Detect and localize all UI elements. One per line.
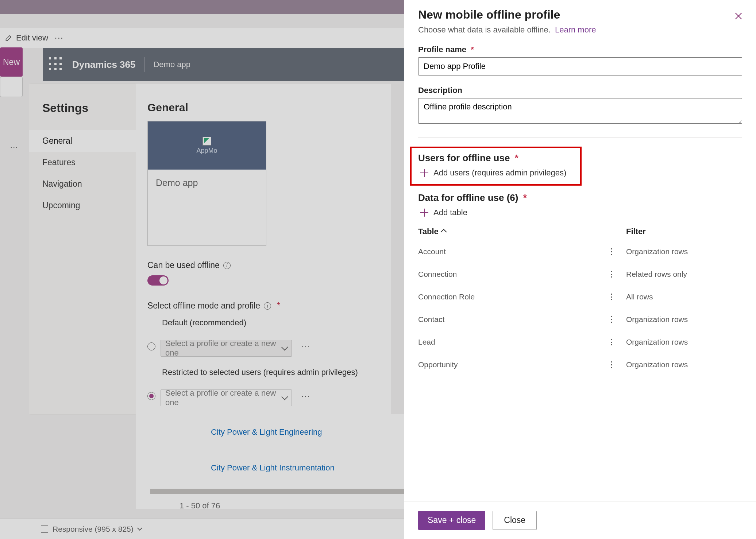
plus-icon — [420, 169, 428, 177]
row-more-icon[interactable]: ⋮ — [597, 360, 626, 369]
column-filter-header[interactable]: Filter — [626, 227, 646, 236]
users-section-heading: Users for offline use — [418, 152, 510, 163]
add-users-label: Add users (requires admin privileges) — [433, 168, 566, 178]
save-close-button[interactable]: Save + close — [418, 511, 485, 530]
close-button[interactable]: Close — [493, 511, 537, 530]
description-label: Description — [418, 86, 462, 95]
row-more-icon[interactable]: ⋮ — [597, 337, 626, 347]
table-header: Table Filter — [418, 220, 742, 240]
table-row: Connection⋮Related rows only — [418, 263, 742, 286]
description-input[interactable] — [418, 98, 742, 124]
row-more-icon[interactable]: ⋮ — [597, 315, 626, 324]
table-cell-name: Connection — [418, 270, 597, 279]
add-users-button[interactable]: Add users (requires admin privileges) — [418, 168, 574, 178]
offline-profile-panel: New mobile offline profile Choose what d… — [404, 0, 756, 539]
table-cell-name: Connection Role — [418, 292, 597, 301]
profile-name-label: Profile name — [418, 45, 466, 54]
table-cell-filter: All rows — [626, 292, 653, 301]
column-table-label: Table — [418, 227, 439, 236]
panel-subtitle: Choose what data is available offline. — [418, 25, 551, 34]
table-cell-filter: Related rows only — [626, 270, 687, 279]
table-cell-filter: Organization rows — [626, 360, 688, 369]
table-row: Lead⋮Organization rows — [418, 331, 742, 353]
divider — [418, 137, 742, 138]
table-cell-name: Contact — [418, 315, 597, 324]
table-cell-filter: Organization rows — [626, 315, 688, 324]
table-cell-name: Account — [418, 247, 597, 256]
required-marker: * — [471, 45, 474, 54]
table-row: Contact⋮Organization rows — [418, 308, 742, 331]
panel-title: New mobile offline profile — [418, 8, 742, 22]
table-row: Connection Role⋮All rows — [418, 286, 742, 308]
table-cell-filter: Organization rows — [626, 338, 688, 346]
table-cell-name: Opportunity — [418, 360, 597, 369]
panel-footer: Save + close Close — [404, 501, 756, 539]
sort-asc-icon — [440, 229, 447, 235]
column-table-header[interactable]: Table — [418, 227, 597, 236]
plus-icon — [420, 209, 428, 217]
users-section-highlight: Users for offline use * Add users (requi… — [410, 147, 582, 186]
table-row: Account⋮Organization rows — [418, 240, 742, 263]
add-table-button[interactable]: Add table — [418, 208, 742, 217]
row-more-icon[interactable]: ⋮ — [597, 270, 626, 279]
close-icon[interactable] — [734, 12, 743, 20]
table-cell-filter: Organization rows — [626, 247, 688, 256]
table-cell-name: Lead — [418, 338, 597, 346]
learn-more-link[interactable]: Learn more — [555, 25, 596, 34]
required-marker: * — [515, 152, 518, 163]
profile-name-input[interactable] — [418, 57, 742, 75]
data-section-heading: Data for offline use (6) — [418, 192, 518, 203]
required-marker: * — [523, 192, 527, 203]
table-row: Opportunity⋮Organization rows — [418, 353, 742, 376]
add-table-label: Add table — [433, 208, 467, 217]
modal-scrim — [0, 0, 404, 539]
row-more-icon[interactable]: ⋮ — [597, 292, 626, 302]
row-more-icon[interactable]: ⋮ — [597, 247, 626, 256]
